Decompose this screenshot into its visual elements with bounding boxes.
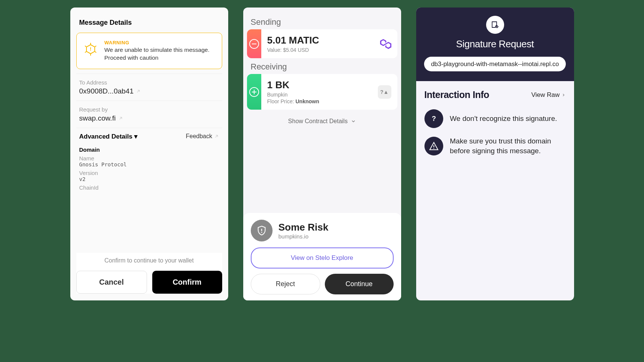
reject-button[interactable]: Reject [251, 274, 320, 294]
plus-icon [247, 74, 261, 110]
risk-domain: bumpkins.io [279, 233, 329, 240]
question-icon: ? [424, 109, 443, 128]
bottom-sheet: Some Risk bumpkins.io View on Stelo Expl… [243, 213, 401, 300]
svg-text:!: ! [89, 46, 91, 52]
version-label: Version [79, 170, 219, 176]
domain-heading: Domain [79, 146, 219, 153]
advanced-details-toggle[interactable]: Advanced Details ▾ [79, 133, 138, 140]
recv-name: Bumpkin [267, 92, 319, 98]
external-link-icon [214, 134, 219, 139]
svg-text:?: ? [432, 115, 436, 122]
request-by-value[interactable]: swap.cow.fi [79, 114, 219, 122]
svg-line-5 [85, 51, 86, 53]
feedback-link[interactable]: Feedback [186, 133, 219, 140]
feedback-label: Feedback [186, 133, 212, 140]
external-link-icon [118, 116, 123, 121]
receiving-label: Receiving [251, 62, 394, 72]
external-link-icon [136, 89, 141, 94]
chainid-label: ChainId [79, 184, 219, 191]
warning-label: WARNING [105, 40, 216, 45]
info-item-trust-domain: Make sure you trust this domain before s… [424, 136, 566, 155]
polygon-icon [380, 38, 391, 50]
cancel-button[interactable]: Cancel [76, 271, 147, 294]
risk-row: Some Risk bumpkins.io [251, 220, 394, 241]
signature-request-panel: Signature Request db3-playground-with-me… [416, 8, 574, 300]
shield-warning-icon [251, 220, 273, 241]
svg-point-12 [433, 148, 434, 149]
warning-text: We are unable to simulate this message. … [105, 46, 216, 62]
info-text-2: Make sure you trust this domain before s… [450, 136, 566, 155]
send-amount: 5.01 MATIC [267, 35, 319, 46]
alert-triangle-icon [424, 137, 443, 155]
panel-title: Message Details [79, 19, 222, 27]
version-value: v2 [79, 176, 219, 182]
name-label: Name [79, 155, 219, 161]
risk-title: Some Risk [279, 222, 329, 233]
chevron-down-icon [351, 119, 356, 124]
advanced-details-row: Advanced Details ▾ Feedback [76, 128, 222, 145]
svg-point-9 [261, 232, 262, 233]
svg-line-6 [95, 51, 96, 53]
interaction-info-title: Interaction Info [424, 89, 489, 100]
request-by-text: swap.cow.fi [79, 114, 116, 122]
to-address-label: To Address [79, 79, 219, 86]
view-raw-label: View Raw [531, 91, 559, 99]
warning-icon: ! [83, 41, 98, 57]
unknown-asset-icon: ?▲ [378, 85, 391, 99]
request-by-label: Request by [79, 106, 219, 113]
message-details-panel: Message Details ! WARNING We are unable … [70, 8, 228, 300]
to-address-value[interactable]: 0x9008D...0ab41 [79, 87, 219, 95]
sending-label: Sending [251, 17, 394, 27]
signature-icon [486, 16, 504, 34]
show-details-label: Show Contract Details [288, 118, 347, 125]
info-text-1: We don't recognize this signature. [450, 114, 557, 124]
continue-button[interactable]: Continue [325, 274, 394, 294]
advanced-details-body: Domain Name Gnosis Protocol Version v2 C… [76, 145, 222, 191]
recv-amount: 1 BK [267, 79, 319, 91]
minus-icon [247, 29, 261, 58]
footer: Confirm to continue to your wallet Cance… [76, 253, 222, 294]
confirm-button[interactable]: Confirm [152, 271, 222, 294]
request-by-section: Request by swap.cow.fi [76, 101, 222, 128]
view-raw-link[interactable]: View Raw [531, 91, 565, 99]
chevron-right-icon [561, 93, 566, 97]
send-value: Value: $5.04 USD [267, 47, 319, 53]
panel3-header: Signature Request db3-playground-with-me… [416, 8, 574, 81]
warning-box: ! WARNING We are unable to simulate this… [76, 33, 222, 69]
sending-asset-card: 5.01 MATIC Value: $5.04 USD [247, 29, 397, 58]
panel3-title: Signature Request [422, 38, 568, 50]
name-value: Gnosis Protocol [79, 161, 219, 167]
confirm-hint: Confirm to continue to your wallet [76, 257, 222, 264]
info-item-unrecognized: ? We don't recognize this signature. [424, 109, 566, 128]
view-explore-button[interactable]: View on Stelo Explore [251, 247, 394, 268]
transaction-simulation-panel: Sending 5.01 MATIC Value: $5.04 USD Rece… [243, 8, 401, 300]
show-contract-details-toggle[interactable]: Show Contract Details [247, 118, 397, 125]
svg-line-3 [85, 46, 86, 47]
receiving-asset-card: 1 BK Bumpkin Floor Price: Unknown ?▲ [247, 74, 397, 110]
svg-line-4 [95, 46, 96, 47]
recv-floor: Floor Price: Unknown [267, 98, 319, 104]
domain-pill: db3-playground-with-metamask--imotai.rep… [424, 57, 565, 71]
to-address-text: 0x9008D...0ab41 [79, 87, 134, 95]
to-address-section: To Address 0x9008D...0ab41 [76, 74, 222, 101]
